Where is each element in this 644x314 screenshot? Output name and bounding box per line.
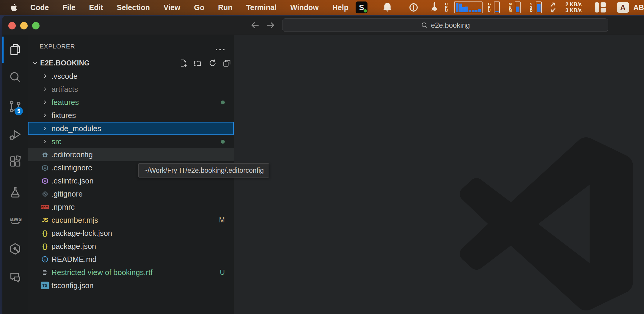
collapse-folders-icon[interactable] (222, 59, 231, 67)
status-green-dot (364, 9, 367, 12)
cpu-bar (456, 3, 458, 12)
explorer-view-icon[interactable] (8, 43, 22, 56)
menu-item-view[interactable]: View (164, 3, 180, 12)
menu-item-go[interactable]: Go (194, 3, 204, 12)
tree-item-npmrc[interactable]: npm .npmrc (28, 200, 234, 213)
json-icon: {} (41, 242, 49, 250)
tree-item-tsconfig[interactable]: TS tsconfig.json (28, 279, 234, 292)
cleaner-brush-icon[interactable] (429, 0, 440, 15)
minimize-window-button[interactable] (20, 22, 28, 29)
window-layout-icon[interactable] (595, 0, 606, 15)
network-speed-readout[interactable]: 2 KB/s 3 KB/s (566, 0, 582, 15)
eslint-icon (41, 177, 49, 185)
run-debug-view-icon[interactable] (8, 128, 22, 142)
npm-icon: npm (41, 205, 49, 209)
menu-item-code[interactable]: Code (30, 3, 49, 12)
gpu-meter-bar[interactable] (494, 0, 500, 15)
zoom-window-button[interactable] (32, 22, 40, 29)
macos-menu-bar: Code File Edit Selection View Go Run Ter… (0, 0, 644, 15)
mem-meter-label[interactable]: MEM (509, 0, 512, 15)
app-menu-items: Code File Edit Selection View Go Run Ter… (30, 3, 348, 12)
input-source-icon[interactable]: A (617, 0, 629, 15)
gear-icon (41, 151, 49, 158)
menu-item-run[interactable]: Run (218, 3, 233, 12)
cpu-meter-graph[interactable] (454, 0, 483, 15)
tree-item-cucumber-mjs[interactable]: JS cucumber.mjs M (28, 213, 234, 227)
refresh-explorer-icon[interactable] (208, 59, 217, 67)
chevron-right-icon (41, 100, 49, 105)
close-window-button[interactable] (8, 22, 16, 29)
cpu-bar (478, 9, 481, 12)
mem-meter-bar[interactable] (515, 0, 521, 15)
net-up-speed: 3 KB/s (566, 7, 582, 13)
source-control-badge: 5 (15, 107, 23, 115)
cpu-bar (469, 10, 471, 12)
aws-label: aws (10, 215, 22, 222)
tree-item-editorconfig[interactable]: .editorconfig (28, 148, 234, 161)
testing-view-icon[interactable] (8, 186, 22, 199)
tree-item-vscode[interactable]: .vscode (28, 70, 234, 83)
menu-item-help[interactable]: Help (332, 3, 348, 12)
git-status-dot (221, 140, 225, 144)
ssd-meter-bar[interactable] (536, 0, 542, 15)
explorer-title: EXPLORER (40, 43, 75, 50)
s-app-status-icon[interactable]: S (356, 0, 367, 15)
net-down-speed: 2 KB/s (566, 1, 582, 7)
json-icon: {} (41, 229, 49, 237)
chevron-down-icon (32, 60, 38, 66)
readme-info-icon (41, 255, 49, 263)
menu-item-edit[interactable]: Edit (89, 3, 103, 12)
tree-item-src[interactable]: src (28, 135, 234, 148)
vscode-window: e2e.booking 5 (2, 16, 644, 314)
apple-menu-icon[interactable] (10, 3, 17, 12)
git-status-dot (221, 101, 225, 104)
navigate-back-button[interactable] (250, 20, 260, 30)
navigate-forward-button[interactable] (266, 20, 276, 30)
new-folder-icon[interactable] (193, 59, 202, 67)
cpu-bar (475, 10, 478, 12)
input-source-name[interactable]: ABC (633, 0, 644, 15)
tree-item-node-modules[interactable]: node_modules (28, 122, 234, 135)
chevron-right-icon (41, 139, 49, 144)
explorer-more-actions-button[interactable] (216, 49, 224, 50)
new-file-icon[interactable] (179, 59, 188, 67)
aws-view-icon[interactable]: aws (8, 213, 22, 227)
gpu-meter-label[interactable]: GPU (488, 0, 491, 15)
command-center-search[interactable]: e2e.booking (282, 18, 608, 32)
ssd-meter-label[interactable]: SSD (530, 0, 533, 15)
git-icon (41, 190, 49, 198)
title-bar: e2e.booking (2, 16, 644, 35)
network-arrows-icon[interactable] (549, 0, 557, 15)
tree-item-features[interactable]: features (28, 96, 234, 109)
chevron-right-icon (41, 73, 49, 79)
tree-item-gitignore[interactable]: .gitignore (28, 187, 234, 200)
vscode-logo-watermark (459, 137, 633, 310)
tree-item-package-lock[interactable]: {} package-lock.json (28, 227, 234, 240)
git-modified-badge: M (219, 216, 225, 224)
menu-item-selection[interactable]: Selection (117, 3, 150, 12)
chevron-right-icon (41, 126, 49, 131)
file-tree: .vscode artifacts features fixtures (28, 70, 234, 292)
extensions-view-icon[interactable] (8, 155, 22, 168)
tree-item-restricted-rtf[interactable]: Restricted view of bookings.rtf U (28, 266, 234, 279)
menu-item-window[interactable]: Window (290, 3, 319, 12)
tree-item-fixtures[interactable]: fixtures (28, 109, 234, 122)
cpu-meter-label[interactable]: CPU (445, 0, 448, 15)
menu-item-terminal[interactable]: Terminal (246, 3, 277, 12)
workspace-section-header[interactable]: E2E.BOOKING (28, 56, 234, 70)
tree-item-readme[interactable]: README.md (28, 253, 234, 266)
tree-item-artifacts[interactable]: artifacts (28, 83, 234, 96)
command-center-text: e2e.booking (431, 21, 470, 29)
editor-area (234, 35, 644, 314)
notification-bell-icon[interactable] (381, 0, 393, 15)
git-untracked-badge: U (220, 269, 225, 277)
hexagon-tool-view-icon[interactable] (8, 242, 22, 256)
cpu-bar (472, 10, 475, 12)
search-view-icon[interactable] (8, 70, 22, 84)
circle-power-status-icon[interactable] (409, 0, 419, 15)
search-icon (421, 21, 428, 29)
comments-view-icon[interactable] (8, 271, 22, 284)
menu-item-file[interactable]: File (63, 3, 76, 12)
activity-bar: 5 aws (2, 35, 28, 314)
tree-item-package-json[interactable]: {} package.json (28, 240, 234, 253)
